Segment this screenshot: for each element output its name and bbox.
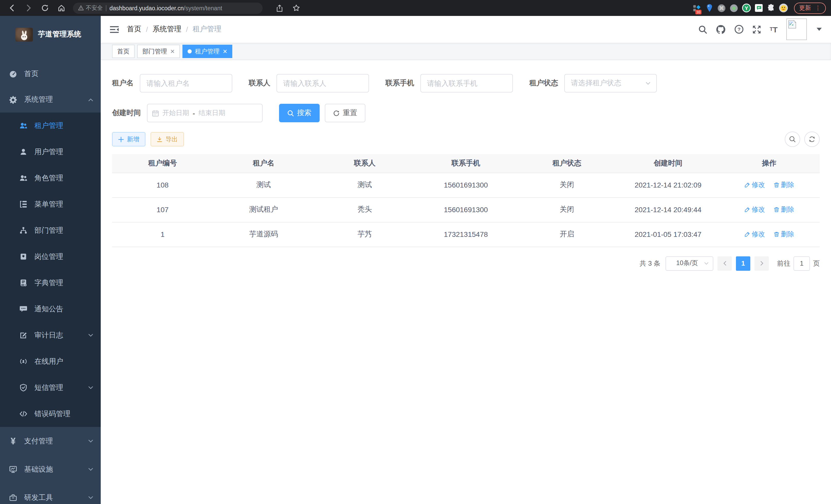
font-size-icon[interactable]: TT xyxy=(770,25,778,33)
sidebar-item-dept[interactable]: 部门管理 xyxy=(0,217,101,243)
announcement-icon xyxy=(20,305,27,313)
header-search-icon[interactable] xyxy=(698,25,707,34)
sidebar-item-audit[interactable]: 审计日志 xyxy=(0,322,101,348)
sidebar-item-role[interactable]: 角色管理 xyxy=(0,165,101,191)
app-logo[interactable]: 芋道管理系统 xyxy=(0,20,101,49)
edit-link[interactable]: 修改 xyxy=(744,230,765,239)
sidebar-item-notice[interactable]: 通知公告 xyxy=(0,296,101,322)
edit-link[interactable]: 修改 xyxy=(744,205,765,214)
col-actions: 操作 xyxy=(718,154,820,173)
chevron-down-icon xyxy=(645,80,651,86)
back-icon[interactable] xyxy=(5,1,19,14)
help-icon[interactable]: ? xyxy=(734,25,743,34)
search-button[interactable]: 搜索 xyxy=(279,104,320,122)
tenant-name-label: 租户名 xyxy=(112,79,134,88)
chrome-update-button[interactable]: 更新 ⋮ xyxy=(794,2,826,13)
create-time-range-picker[interactable]: 开始日期 - 结束日期 xyxy=(147,104,263,122)
sidebar-toggle-icon[interactable] xyxy=(110,25,119,33)
breadcrumb-home[interactable]: 首页 xyxy=(127,25,141,34)
goto-label: 前往 xyxy=(777,259,791,268)
sidebar-item-pay[interactable]: 支付管理 xyxy=(0,427,101,455)
goto-page-input[interactable] xyxy=(794,256,810,270)
logo-image xyxy=(16,28,33,41)
sidebar-item-user[interactable]: 用户管理 xyxy=(0,139,101,165)
page-number-button[interactable]: 1 xyxy=(736,256,750,270)
extension-green-dot-icon[interactable] xyxy=(729,3,739,12)
forward-icon[interactable] xyxy=(22,1,35,14)
refresh-table-button[interactable] xyxy=(804,131,820,147)
next-page-button[interactable] xyxy=(754,256,769,270)
close-icon[interactable]: ✕ xyxy=(170,48,175,55)
sidebar-item-system[interactable]: 系统管理 xyxy=(0,87,101,113)
breadcrumb-system[interactable]: 系统管理 xyxy=(153,25,181,34)
avatar-dropdown-caret[interactable] xyxy=(816,28,822,31)
reload-icon[interactable] xyxy=(38,1,51,14)
warning-icon xyxy=(78,5,84,11)
tenant-name-input[interactable] xyxy=(140,74,232,92)
chevron-left-icon xyxy=(722,261,727,266)
extension-emoji-icon[interactable] xyxy=(779,3,788,12)
extension-command-icon[interactable]: ⌘ xyxy=(717,3,726,12)
contact-input[interactable] xyxy=(277,74,369,92)
avatar[interactable] xyxy=(786,19,807,40)
address-bar[interactable]: 不安全 dashboard.yudao.iocoder.cn/system/te… xyxy=(73,2,263,13)
github-icon[interactable] xyxy=(716,24,725,34)
chrome-menu-icon[interactable]: ⋮ xyxy=(815,5,821,11)
sidebar-item-errorcode[interactable]: 错误码管理 xyxy=(0,401,101,427)
tags-view: 首页 部门管理 ✕ 租户管理 ✕ xyxy=(101,43,831,60)
date-separator: - xyxy=(193,109,195,117)
table-toolbar: 新增 导出 xyxy=(112,131,820,147)
sidebar-item-menu[interactable]: 菜单管理 xyxy=(0,191,101,217)
delete-link[interactable]: 删除 xyxy=(773,205,794,214)
sms-shield-icon xyxy=(20,384,27,391)
start-date-placeholder: 开始日期 xyxy=(163,109,189,118)
extension-pin-icon[interactable] xyxy=(705,3,714,12)
sidebar-item-label: 部门管理 xyxy=(34,226,93,235)
table-row: 1 芋道源码 芋艿 17321315478 开启 2021-01-05 17:0… xyxy=(112,222,820,246)
sidebar-item-home[interactable]: 首页 xyxy=(0,61,101,87)
sidebar-item-online[interactable]: 在线用户 xyxy=(0,348,101,375)
sidebar-item-label: 错误码管理 xyxy=(34,409,93,418)
toolbox-icon xyxy=(9,494,17,501)
tab-dept[interactable]: 部门管理 ✕ xyxy=(137,45,180,58)
delete-link[interactable]: 删除 xyxy=(773,230,794,239)
edit-link[interactable]: 修改 xyxy=(744,180,765,189)
sidebar-item-dict[interactable]: 字典管理 xyxy=(0,270,101,296)
post-badge-icon xyxy=(20,253,27,261)
export-button[interactable]: 导出 xyxy=(150,132,184,146)
page-unit-label: 页 xyxy=(813,259,820,268)
bookmark-star-icon[interactable] xyxy=(289,1,303,14)
home-icon[interactable] xyxy=(55,1,68,14)
prev-page-button[interactable] xyxy=(717,256,732,270)
status-select[interactable]: 请选择租户状态 xyxy=(564,74,657,92)
delete-link[interactable]: 删除 xyxy=(773,180,794,189)
cell-status: 关闭 xyxy=(516,173,618,197)
divider xyxy=(106,5,106,11)
tab-home[interactable]: 首页 xyxy=(112,45,135,58)
reset-button[interactable]: 重置 xyxy=(325,104,365,122)
extension-diamond-icon[interactable]: 10 xyxy=(692,3,701,12)
extension-chat-icon[interactable] xyxy=(754,3,763,12)
sidebar-item-sms[interactable]: 短信管理 xyxy=(0,375,101,401)
tenant-table: 租户编号 租户名 联系人 联系手机 租户状态 创建时间 操作 108 测试 xyxy=(112,154,820,247)
sidebar-item-post[interactable]: 岗位管理 xyxy=(0,243,101,270)
fullscreen-icon[interactable] xyxy=(752,25,761,34)
share-icon[interactable] xyxy=(273,1,286,14)
sidebar-item-tenant[interactable]: 租户管理 xyxy=(0,113,101,139)
extension-puzzle-icon[interactable] xyxy=(766,3,775,12)
tab-tenant[interactable]: 租户管理 ✕ xyxy=(182,45,232,58)
security-status[interactable]: 不安全 xyxy=(78,4,103,12)
sidebar-item-devtools[interactable]: 研发工具 xyxy=(0,483,101,504)
add-button[interactable]: 新增 xyxy=(112,132,145,146)
extension-y-icon[interactable]: Y xyxy=(742,3,751,12)
cell-actions: 修改 删除 xyxy=(718,173,820,197)
chevron-up-icon xyxy=(88,97,93,102)
col-status: 租户状态 xyxy=(516,154,618,173)
sidebar: 芋道管理系统 首页 系统管理 租户管理 xyxy=(0,16,101,504)
export-button-label: 导出 xyxy=(166,135,178,144)
sidebar-item-infra[interactable]: 基础设施 xyxy=(0,455,101,483)
toggle-search-button[interactable] xyxy=(785,131,800,147)
mobile-input[interactable] xyxy=(420,74,513,92)
close-icon[interactable]: ✕ xyxy=(223,48,227,55)
page-size-select[interactable]: 10条/页 xyxy=(665,256,713,270)
